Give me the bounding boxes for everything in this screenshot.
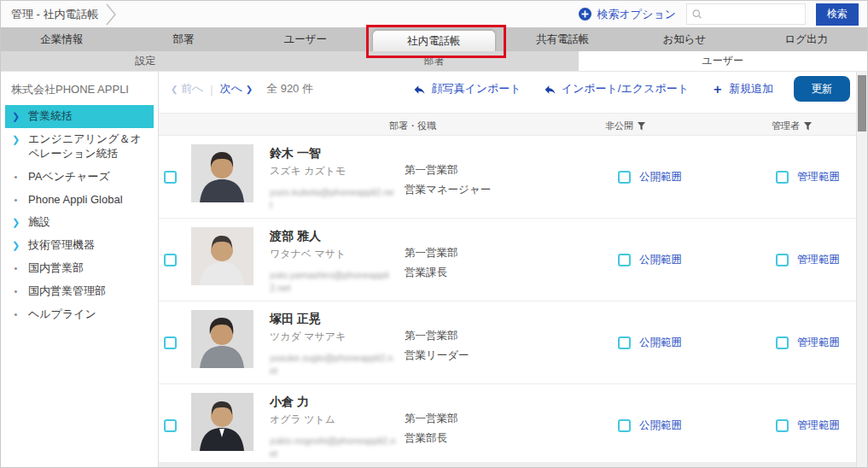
main-tab-bar: 企業情報 部署 ユーザー 社内電話帳 共有電話帳 お知らせ ログ出力 (1, 27, 867, 51)
public-range-link[interactable]: 公開範囲 (639, 253, 682, 267)
department-tree: ❯ 営業統括 ❯ エンジニアリング＆オペレーション統括 • PAベンチャーズ •… (1, 105, 158, 326)
admin-range-control[interactable]: 管理範囲 (776, 336, 840, 350)
toolbar-actions: 顔写真インポート インポート/エクスポート ＋ 新規追加 (413, 81, 773, 97)
breadcrumb: 管理 - 社内電話帳 (11, 3, 117, 26)
search-button[interactable]: 検索 (816, 3, 859, 26)
public-checkbox[interactable] (618, 254, 631, 266)
user-name: 鈴木 一智 (270, 146, 399, 161)
row-select-checkbox[interactable] (164, 336, 177, 349)
tab-department[interactable]: 部署 (123, 27, 245, 51)
search-input[interactable] (706, 9, 800, 20)
admin-range-link[interactable]: 管理範囲 (797, 253, 840, 267)
user-kana: ツカダ マサアキ (270, 330, 399, 344)
row-select-checkbox[interactable] (164, 254, 177, 266)
import-export-button[interactable]: インポート/エクスポート (544, 81, 689, 97)
public-range-control[interactable]: 公開範囲 (618, 418, 682, 433)
public-range-control[interactable]: 公開範囲 (618, 253, 682, 267)
table-header: 部署・役職 非公開 管理者 (159, 113, 867, 136)
bullet-icon: • (10, 193, 21, 208)
admin-range-link[interactable]: 管理範囲 (797, 170, 840, 184)
tab-notice[interactable]: お知らせ (624, 27, 746, 51)
topbar-right: 検索オプション 検索 (579, 3, 867, 26)
sidebar-item-engineering-operations[interactable]: ❯ エンジニアリング＆オペレーション統括 (5, 128, 154, 166)
sidebar-item-phone-appli-global[interactable]: • Phone Appli Global (5, 189, 154, 212)
page-title: 管理 - 社内電話帳 (11, 7, 99, 22)
profile-photo (191, 310, 253, 368)
user-list-panel: ❮ 前へ | 次へ ❯ 全 920 件 顔写真インポート インポート/エクスポー… (159, 72, 867, 467)
tab-user[interactable]: ユーザー (244, 27, 366, 51)
public-checkbox[interactable] (618, 419, 631, 432)
tab-shared-phonebook[interactable]: 共有電話帳 (502, 27, 624, 51)
filter-icon[interactable] (638, 122, 645, 131)
subtab-user[interactable]: ユーザー (579, 51, 867, 71)
public-range-link[interactable]: 公開範囲 (639, 418, 682, 433)
user-department: 第一営業部 営業マネージャー (405, 161, 491, 199)
profile-photo (191, 227, 253, 285)
horizontal-scrollbar (159, 462, 856, 467)
list-toolbar: ❮ 前へ | 次へ ❯ 全 920 件 顔写真インポート インポート/エクスポー… (159, 72, 867, 106)
add-new-button[interactable]: ＋ 新規追加 (711, 81, 773, 97)
scrollbar-thumb[interactable] (858, 75, 866, 132)
admin-range-control[interactable]: 管理範囲 (776, 418, 840, 433)
admin-range-control[interactable]: 管理範囲 (776, 253, 840, 267)
vertical-scrollbar[interactable] (856, 72, 867, 467)
row-select-checkbox[interactable] (164, 171, 177, 184)
table-row: 塚田 正晃 ツカダ マサアキ yusuke.sugio@phoneappli2.… (159, 301, 867, 384)
row-select-checkbox[interactable] (164, 419, 177, 432)
user-email: yuto.yamashiro@phoneappli2.net (270, 269, 396, 295)
admin-checkbox[interactable] (776, 254, 789, 266)
public-checkbox[interactable] (618, 336, 631, 349)
user-department: 第一営業部 営業部長 (405, 409, 458, 448)
public-range-control[interactable]: 公開範囲 (618, 336, 682, 350)
prev-page-button[interactable]: ❮ 前へ (171, 81, 203, 97)
public-range-link[interactable]: 公開範囲 (639, 336, 682, 350)
admin-checkbox[interactable] (776, 171, 789, 184)
profile-photo (191, 144, 253, 202)
admin-checkbox[interactable] (776, 419, 789, 432)
admin-range-link[interactable]: 管理範囲 (797, 336, 840, 350)
tab-log-output[interactable]: ログ出力 (745, 27, 867, 51)
sidebar-item-pa-ventures[interactable]: • PAベンチャーズ (5, 166, 154, 189)
tab-company-info[interactable]: 企業情報 (1, 27, 123, 51)
public-range-link[interactable]: 公開範囲 (639, 170, 682, 184)
sidebar-item-domestic-sales[interactable]: • 国内営業部 (5, 257, 154, 280)
public-checkbox[interactable] (618, 171, 631, 184)
import-arrow-icon (544, 84, 556, 95)
admin-range-link[interactable]: 管理範囲 (797, 418, 840, 433)
search-options-link[interactable]: 検索オプション (579, 7, 676, 22)
user-name: 小倉 力 (270, 395, 399, 410)
header-private: 非公開 (605, 120, 645, 132)
user-name: 塚田 正晃 (270, 312, 399, 327)
bullet-icon: • (10, 261, 21, 276)
plus-circle-icon (579, 8, 591, 20)
filter-icon[interactable] (804, 122, 812, 131)
user-email: yusuke.sugio@phoneappli2.net (270, 352, 396, 377)
update-button[interactable]: 更新 (794, 76, 850, 102)
sub-tab-bar: 設定 部署 ユーザー (1, 51, 867, 72)
subtab-department[interactable]: 部署 (289, 51, 578, 71)
sidebar-item-facilities[interactable]: ❯ 施設 (5, 211, 154, 234)
admin-checkbox[interactable] (776, 336, 789, 349)
sidebar-item-helpline[interactable]: • ヘルプライン (5, 303, 154, 326)
chevron-right-icon: ❯ (10, 215, 21, 230)
face-photo-import-button[interactable]: 顔写真インポート (413, 81, 521, 97)
tab-internal-phonebook[interactable]: 社内電話帳 (372, 30, 496, 51)
table-row: 小倉 力 オグラ ツトム yukio.nogoshi@phoneappli2.n… (159, 384, 867, 467)
import-arrow-icon (413, 84, 426, 95)
public-range-control[interactable]: 公開範囲 (618, 170, 682, 184)
search-box (686, 3, 806, 25)
sidebar-item-tech-management[interactable]: ❯ 技術管理機器 (5, 234, 154, 257)
department-sidebar: 株式会社PHONE APPLI ❯ 営業統括 ❯ エンジニアリング＆オペレーショ… (1, 72, 159, 467)
topbar: 管理 - 社内電話帳 検索オプション 検索 (1, 1, 867, 27)
content: 株式会社PHONE APPLI ❯ 営業統括 ❯ エンジニアリング＆オペレーショ… (1, 72, 867, 467)
plus-icon: ＋ (711, 81, 724, 97)
chevron-right-icon: ❯ (10, 132, 21, 147)
sidebar-item-domestic-sales-admin[interactable]: • 国内営業管理部 (5, 280, 154, 303)
bullet-icon: • (10, 284, 21, 299)
sidebar-item-sales-division[interactable]: ❯ 営業統括 (5, 105, 154, 128)
user-kana: スズキ カズトモ (270, 164, 399, 178)
admin-range-control[interactable]: 管理範囲 (776, 170, 840, 184)
subtab-settings[interactable]: 設定 (1, 51, 289, 71)
total-count: 全 920 件 (266, 81, 313, 97)
next-page-button[interactable]: 次へ ❯ (220, 81, 253, 97)
